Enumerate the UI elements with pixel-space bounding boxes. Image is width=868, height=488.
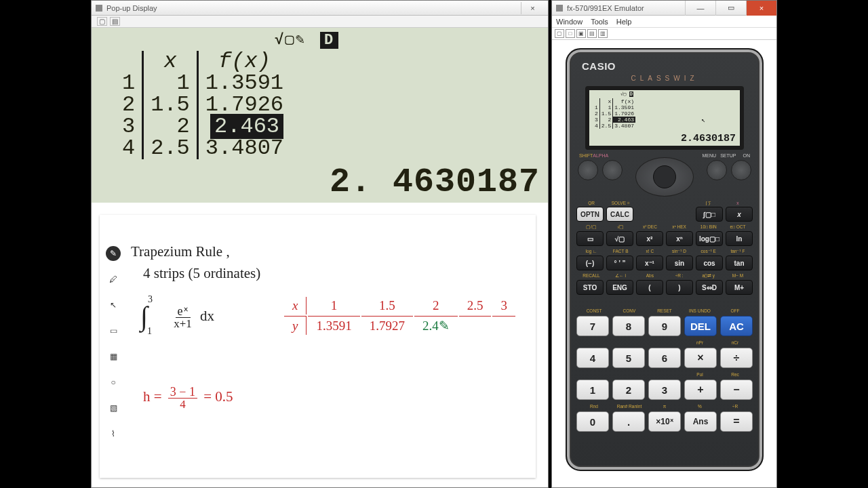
key-tenx[interactable]: ×10ˣ — [648, 411, 681, 432]
numpad: CONSTCONVRESETINS UNDOOFF 7 8 9 DEL AC n… — [567, 303, 762, 441]
key-3[interactable]: 3 — [648, 380, 681, 400]
key-dot[interactable]: . — [612, 411, 645, 432]
key-div[interactable]: ÷ — [720, 348, 753, 368]
emulator-menubar[interactable]: Window Tools Help — [552, 16, 776, 28]
toolbar-icon[interactable]: ▢ — [97, 17, 107, 26]
emulator-window: fx-570/991EX Emulator — ▭ × Window Tools… — [551, 0, 777, 488]
nav-pad[interactable] — [635, 157, 694, 197]
whiteboard-content[interactable]: Trapezium Rule , 4 strips (5 ordinates) … — [127, 224, 529, 471]
rparen-button[interactable]: ) — [666, 280, 693, 295]
key-ans[interactable]: Ans — [684, 411, 717, 432]
note-line2: 4 strips (5 ordinates) — [143, 264, 260, 283]
key-1[interactable]: 1 — [576, 380, 609, 400]
cursor-icon: ↖ — [701, 116, 705, 124]
whiteboard-panel: ✎ 🖊 ↖ ▭ ▦ ○ ▧ ⌇ Trapezium Rule , 4 strip… — [100, 215, 536, 478]
tb-icon[interactable]: □ — [566, 29, 575, 38]
setup-label: SETUP — [720, 153, 736, 158]
integral-expr: ∫ 3 1 eˣ x+1 dx — [140, 304, 214, 329]
small-lcd: √▢ D xf(x) 111.3591 21.51.7926 322.463 4… — [585, 86, 744, 150]
key-8[interactable]: 8 — [612, 316, 645, 336]
sqrt-button[interactable]: √▢ — [606, 231, 633, 246]
key-plus[interactable]: + — [684, 380, 717, 400]
tb-icon[interactable]: ▣ — [576, 29, 586, 38]
close-button[interactable]: × — [746, 1, 776, 16]
xinv-button[interactable]: x⁻¹ — [636, 256, 663, 270]
table-row: 1 1 1.3591 — [115, 73, 290, 94]
key-minus[interactable]: − — [720, 380, 753, 400]
sd-button[interactable]: S⇔D — [696, 280, 723, 295]
close-button[interactable]: × — [521, 2, 544, 14]
pen-tool-icon[interactable]: ✎ — [106, 246, 121, 261]
app-icon — [556, 5, 563, 12]
minimize-button[interactable]: — — [685, 1, 715, 16]
menu-item[interactable]: Tools — [591, 18, 608, 26]
key-mul[interactable]: × — [684, 348, 717, 368]
note-tool-icon[interactable]: ▭ — [106, 323, 121, 338]
emulator-toolbar[interactable]: ▢ □ ▣ ▤ ▥ — [552, 28, 776, 40]
key-eq[interactable]: = — [720, 411, 753, 432]
shape-tool-icon[interactable]: ○ — [106, 375, 121, 390]
small-lcd-value: 2.4630187 — [681, 133, 736, 144]
key-6[interactable]: 6 — [648, 348, 681, 368]
log-button[interactable]: log▢□ — [696, 231, 723, 246]
alpha-button[interactable] — [602, 160, 623, 180]
h-expr: h = 3 − 1 4 = 0.5 — [143, 386, 233, 410]
menu-item[interactable]: Window — [556, 18, 583, 26]
ln-button[interactable]: ln — [726, 231, 753, 246]
marker-tool-icon[interactable]: 🖊 — [106, 272, 121, 287]
select-tool-icon[interactable]: ▧ — [106, 401, 121, 415]
key-5[interactable]: 5 — [612, 348, 645, 368]
table-row: 4 2.5 3.4807 — [115, 138, 290, 159]
key-2[interactable]: 2 — [612, 380, 645, 400]
shift-button[interactable] — [578, 160, 598, 180]
popup-display-window: Pop-up Display × ▢ ▤ √▢✎ D x f(x) 1 1 1.… — [91, 0, 549, 488]
key-del[interactable]: DEL — [684, 316, 717, 336]
on-label: ON — [743, 153, 751, 158]
note-line1: Trapezium Rule , — [131, 242, 230, 262]
toolbar-icon[interactable]: ▤ — [110, 17, 120, 26]
dms-button[interactable]: ° ’ ” — [606, 256, 633, 270]
tb-icon[interactable]: ▥ — [598, 29, 608, 38]
mplus-button[interactable]: M+ — [726, 280, 753, 295]
integral-button[interactable]: ∫▢□ — [696, 207, 723, 222]
xy-table: x 1 1.5 2 2.5 3 y 1.3591 1.7927 2.4✎ — [283, 296, 517, 336]
x-button[interactable]: x — [726, 207, 753, 222]
frac-button[interactable]: ▭ — [576, 231, 604, 246]
alpha-label: ALPHA — [593, 153, 608, 158]
sto-button[interactable]: STO — [576, 280, 604, 295]
menu-label: MENU — [703, 153, 717, 158]
optn-button[interactable]: OPTN — [576, 207, 604, 222]
menu-button[interactable] — [707, 160, 727, 180]
on-button[interactable] — [731, 160, 751, 180]
sin-button[interactable]: sin — [666, 256, 693, 270]
popup-titlebar[interactable]: Pop-up Display × — [92, 1, 548, 16]
whiteboard-tools: ✎ 🖊 ↖ ▭ ▦ ○ ▧ ⌇ — [104, 246, 123, 441]
mode-badge: D — [320, 32, 338, 49]
emulator-titlebar[interactable]: fx-570/991EX Emulator — ▭ × — [552, 1, 776, 16]
menu-item[interactable]: Help — [616, 18, 632, 26]
key-9[interactable]: 9 — [648, 316, 681, 336]
erase-tool-icon[interactable]: ⌇ — [106, 426, 121, 441]
x2-button[interactable]: x² — [636, 231, 663, 246]
maximize-button[interactable]: ▭ — [715, 1, 746, 16]
tb-icon[interactable]: ▤ — [587, 29, 597, 38]
pointer-tool-icon[interactable]: ↖ — [106, 298, 121, 312]
image-tool-icon[interactable]: ▦ — [106, 349, 121, 364]
key-7[interactable]: 7 — [576, 316, 609, 336]
lcd-indicator: √▢✎ D — [275, 30, 338, 49]
tb-icon[interactable]: ▢ — [555, 29, 564, 38]
key-4[interactable]: 4 — [576, 348, 609, 368]
calculator: CASIO CLASSWIZ √▢ D xf(x) 111.3591 21.51… — [566, 48, 764, 471]
key-0[interactable]: 0 — [576, 411, 609, 432]
eng-button[interactable]: ENG — [606, 280, 633, 295]
xn-button[interactable]: xⁿ — [666, 231, 693, 246]
cos-button[interactable]: cos — [696, 256, 723, 270]
app-icon — [96, 5, 102, 12]
popup-toolbar[interactable]: ▢ ▤ — [92, 16, 548, 28]
tan-button[interactable]: tan — [726, 256, 753, 270]
series-label: CLASSWIZ — [567, 75, 762, 82]
neg-button[interactable]: (−) — [576, 256, 604, 270]
key-ac[interactable]: AC — [720, 316, 753, 336]
lparen-button[interactable]: ( — [636, 280, 663, 295]
calc-button[interactable]: CALC — [606, 207, 633, 222]
